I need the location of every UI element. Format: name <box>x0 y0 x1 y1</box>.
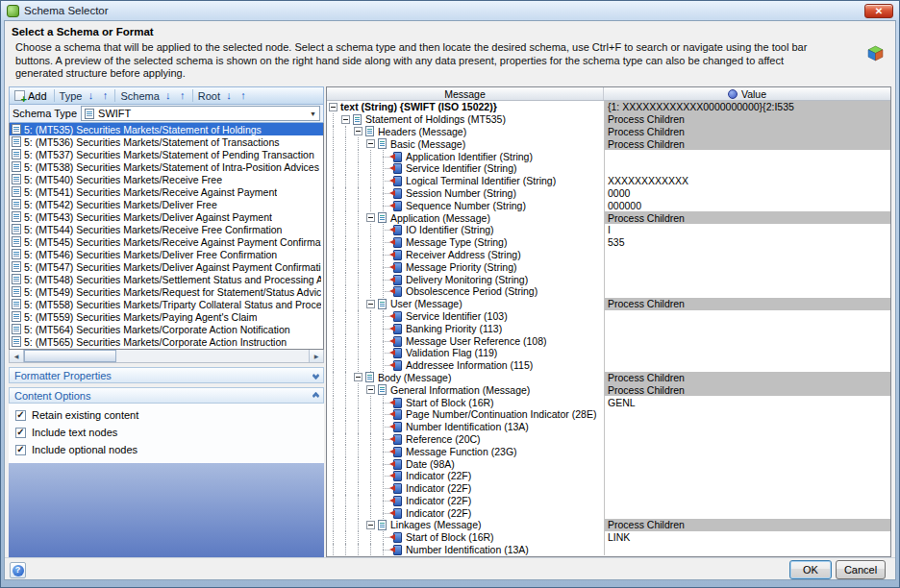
tree-value-cell[interactable]: Process Children <box>604 113 890 126</box>
tree-value-cell[interactable] <box>604 310 890 323</box>
schema-list-item[interactable]: 5: (MT536) Securities Markets/Statement … <box>10 135 323 148</box>
schema-list-item[interactable]: 5: (MT549) Securities Markets/Request fo… <box>10 285 323 298</box>
tree-expander[interactable] <box>352 127 364 135</box>
tree-row[interactable]: Headers (Message)Process Children <box>327 126 890 138</box>
sort-schema-ascending-button[interactable]: ↑ <box>176 88 189 104</box>
schema-list-item[interactable]: 5: (MT548) Securities Markets/Settlement… <box>10 273 323 285</box>
tree-row[interactable]: Number Identification (13A) <box>327 544 890 556</box>
checkbox[interactable]: ✓ <box>15 410 26 421</box>
sort-type-ascending-button[interactable]: ↑ <box>98 88 112 104</box>
tree-row[interactable]: Sequence Number (String)000000 <box>327 199 890 211</box>
schema-list-item[interactable]: 5: (MT558) Securities Markets/Triparty C… <box>10 298 323 310</box>
tree-value-cell[interactable]: Process Children <box>604 137 890 150</box>
tree-row[interactable]: Statement of Holdings (MT535)Process Chi… <box>327 113 890 126</box>
tree-value-cell[interactable]: Process Children <box>604 298 890 310</box>
tree-row[interactable]: Addressee Information (115) <box>327 359 890 372</box>
tree-expander[interactable] <box>364 300 377 308</box>
message-column-header[interactable]: Message <box>327 87 604 100</box>
tree-value-cell[interactable] <box>604 347 890 359</box>
tree-row[interactable]: Application (Message)Process Children <box>327 211 890 224</box>
add-button[interactable]: Add <box>12 90 49 102</box>
tree-row[interactable]: Service Identifier (String) <box>327 162 890 175</box>
schema-list-item[interactable]: 5: (MT545) Securities Markets/Receive Ag… <box>10 235 323 248</box>
tree-value-cell[interactable] <box>604 359 890 372</box>
tree-row[interactable]: Indicator (22F) <box>327 470 890 482</box>
checkbox[interactable]: ✓ <box>15 428 26 438</box>
tree-value-cell[interactable] <box>604 273 890 285</box>
checkbox[interactable]: ✓ <box>15 445 26 455</box>
tree-value-cell[interactable] <box>604 249 890 261</box>
tree-value-cell[interactable] <box>604 421 890 433</box>
tree-row[interactable]: Page Number/Continuation Indicator (28E) <box>327 408 890 421</box>
tree-row[interactable]: Body (Message)Process Children <box>327 372 890 384</box>
tree-value-cell[interactable]: Process Children <box>604 211 890 224</box>
tree-value-cell[interactable]: Process Children <box>604 126 890 138</box>
tree-value-cell[interactable] <box>604 544 890 556</box>
tree-row[interactable]: Message User Reference (108) <box>327 334 890 347</box>
tree-value-cell[interactable]: 0000 <box>604 187 890 200</box>
tree-expander[interactable] <box>364 139 377 148</box>
schema-list-item[interactable]: 5: (MT537) Securities Markets/Statement … <box>10 148 323 160</box>
title-bar[interactable]: Schema Selector ✕ <box>4 1 896 20</box>
formatter-properties-header[interactable]: Formatter Properties <box>9 367 324 383</box>
sort-root-ascending-button[interactable]: ↑ <box>237 88 250 104</box>
collapse-chevron-icon[interactable] <box>313 393 318 399</box>
help-button[interactable]: ? <box>10 562 26 578</box>
tree-value-cell[interactable] <box>604 150 890 162</box>
schema-list-item[interactable]: 5: (MT544) Securities Markets/Receive Fr… <box>10 223 323 235</box>
tree-row[interactable]: Indicator (22F) <box>327 482 890 495</box>
option-retain-existing-content[interactable]: ✓Retain existing content <box>11 409 322 421</box>
tree-row[interactable]: Banking Priority (113) <box>327 322 890 334</box>
tree-value-cell[interactable] <box>604 162 890 175</box>
tree-value-cell[interactable]: 535 <box>604 236 890 249</box>
schema-list-item[interactable]: 5: (MT565) Securities Markets/Corporate … <box>10 335 323 348</box>
sort-schema-descending-button[interactable]: ↓ <box>162 88 175 104</box>
tree-row[interactable]: Application Identifier (String) <box>327 150 890 162</box>
tree-row[interactable]: Indicator (22F) <box>327 495 890 507</box>
tree-row[interactable]: text (String) {SWIFT (ISO 15022)}{1: XXX… <box>327 101 890 113</box>
scroll-right-button[interactable]: ▶ <box>309 350 323 362</box>
scrollbar-thumb[interactable] <box>24 350 116 362</box>
tree-row[interactable]: IO Identifier (String)I <box>327 224 890 236</box>
tree-row[interactable]: Start of Block (16R)LINK <box>327 531 890 544</box>
tree-value-cell[interactable] <box>604 482 890 495</box>
tree-expander[interactable] <box>364 521 377 529</box>
tree-row[interactable]: Number Identification (13A) <box>327 421 890 433</box>
schema-list-item[interactable]: 5: (MT542) Securities Markets/Deliver Fr… <box>10 198 323 210</box>
schema-type-combobox[interactable]: SWIFT ▼ <box>81 106 320 121</box>
close-button[interactable]: ✕ <box>864 4 893 18</box>
tree-row[interactable]: Message Type (String)535 <box>327 236 890 249</box>
tree-row[interactable]: Reference (20C) <box>327 433 890 446</box>
tree-value-cell[interactable] <box>604 445 890 457</box>
chevron-down-icon[interactable]: ▼ <box>310 110 316 117</box>
schema-list-item[interactable]: 5: (MT541) Securities Markets/Receive Ag… <box>10 185 323 198</box>
scroll-left-button[interactable]: ◀ <box>10 350 24 362</box>
tree-expander[interactable] <box>352 373 364 381</box>
tree-row[interactable]: User (Message)Process Children <box>327 298 890 310</box>
tree-row[interactable]: Message Function (23G) <box>327 445 890 457</box>
tree-row[interactable]: Validation Flag (119) <box>327 347 890 359</box>
tree-expander[interactable] <box>364 385 377 394</box>
tree-value-cell[interactable] <box>604 334 890 347</box>
tree-value-cell[interactable]: LINK <box>604 531 890 544</box>
ok-button[interactable]: OK <box>789 560 832 579</box>
tree-row[interactable]: Message Priority (String) <box>327 260 890 273</box>
tree-value-cell[interactable] <box>604 506 890 519</box>
tree-row[interactable]: Delivery Monitoring (String) <box>327 273 890 285</box>
tree-value-cell[interactable] <box>604 322 890 334</box>
sort-root-descending-button[interactable]: ↓ <box>222 88 236 104</box>
expand-chevron-icon[interactable] <box>313 373 318 379</box>
sort-type-descending-button[interactable]: ↓ <box>84 88 97 104</box>
tree-value-cell[interactable] <box>604 260 890 273</box>
tree-expander[interactable] <box>364 213 377 222</box>
schema-list-item[interactable]: 5: (MT546) Securities Markets/Deliver Fr… <box>10 248 323 260</box>
tree-row[interactable]: Service Identifier (103) <box>327 310 890 323</box>
tree-value-cell[interactable]: Process Children <box>604 519 890 531</box>
tree-row[interactable]: Session Number (String)0000 <box>327 187 890 200</box>
tree-value-cell[interactable] <box>604 457 890 470</box>
tree-value-cell[interactable] <box>604 285 890 298</box>
value-column-header[interactable]: Value <box>604 87 890 100</box>
tree-row[interactable]: Basic (Message)Process Children <box>327 137 890 150</box>
horizontal-scrollbar[interactable]: ◀ ▶ <box>9 350 324 363</box>
tree-row[interactable]: Indicator (22F) <box>327 506 890 519</box>
